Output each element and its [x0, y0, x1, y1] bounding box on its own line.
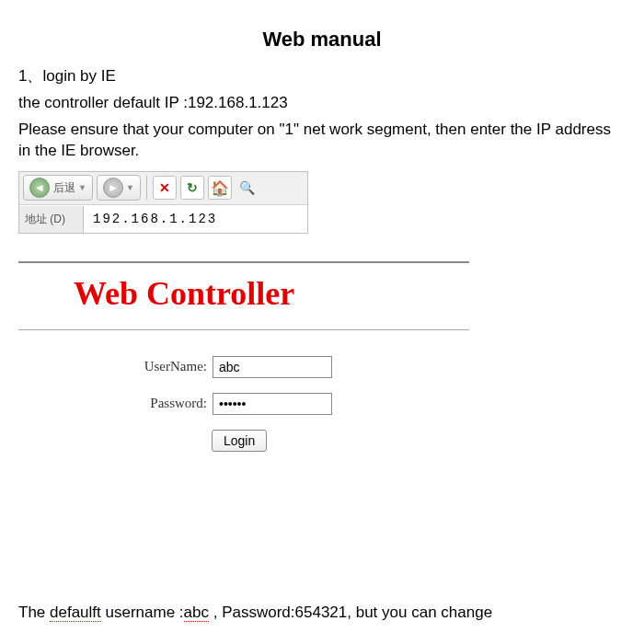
back-button[interactable]: ◄ 后退 ▼ — [23, 175, 93, 201]
username-row: UserName: — [18, 356, 469, 378]
toolbar-separator — [146, 176, 147, 200]
ie-toolbar-row-address: 地址 (D) — [19, 205, 307, 233]
back-arrow-icon: ◄ — [29, 178, 50, 198]
ie-toolbar-row-buttons: ◄ 后退 ▼ ► ▼ ✕ ↻ 🏠 🔍 — [19, 172, 307, 205]
refresh-icon: ↻ — [187, 180, 198, 195]
search-icon: 🔍 — [239, 180, 255, 195]
divider — [18, 329, 469, 330]
home-icon: 🏠 — [211, 179, 229, 197]
back-button-label: 后退 — [53, 180, 75, 196]
login-button[interactable]: Login — [212, 430, 267, 452]
password-row: Password: — [18, 393, 469, 415]
dropdown-icon: ▼ — [78, 183, 86, 192]
forward-arrow-icon: ► — [103, 178, 123, 198]
footer-text: , Password:654321, but you can change — [209, 604, 492, 621]
footer-defaulft: defaulft — [50, 604, 101, 622]
divider — [18, 261, 469, 263]
footer-text: username : — [101, 604, 184, 621]
footer-abc: abc — [184, 604, 209, 622]
username-label: UserName: — [129, 359, 207, 374]
password-input[interactable] — [213, 393, 332, 415]
password-label: Password: — [129, 396, 207, 411]
forward-button[interactable]: ► ▼ — [97, 175, 141, 201]
refresh-button[interactable]: ↻ — [180, 176, 204, 200]
stop-button[interactable]: ✕ — [153, 176, 177, 200]
login-form: UserName: Password: Login — [18, 356, 469, 452]
footer-text: The — [18, 604, 50, 621]
home-button[interactable]: 🏠 — [208, 176, 232, 200]
footer-note: The defaulft username :abc , Password:65… — [18, 604, 492, 622]
page-title: Web manual — [18, 28, 626, 52]
address-input[interactable] — [84, 206, 307, 233]
address-label: 地址 (D) — [19, 206, 84, 233]
search-button[interactable]: 🔍 — [236, 176, 259, 200]
username-input[interactable] — [213, 356, 332, 378]
intro-line-2: the controller default IP :192.168.1.123 — [18, 93, 626, 114]
ie-toolbar: ◄ 后退 ▼ ► ▼ ✕ ↻ 🏠 🔍 地址 (D) — [18, 171, 308, 234]
login-row: Login — [18, 430, 469, 452]
controller-heading: Web Controller — [18, 274, 626, 313]
stop-icon: ✕ — [159, 180, 170, 195]
intro-line-1: 1、login by IE — [18, 66, 626, 87]
dropdown-icon: ▼ — [126, 183, 134, 192]
intro-line-3: Please ensure that your computer on "1" … — [18, 120, 626, 162]
